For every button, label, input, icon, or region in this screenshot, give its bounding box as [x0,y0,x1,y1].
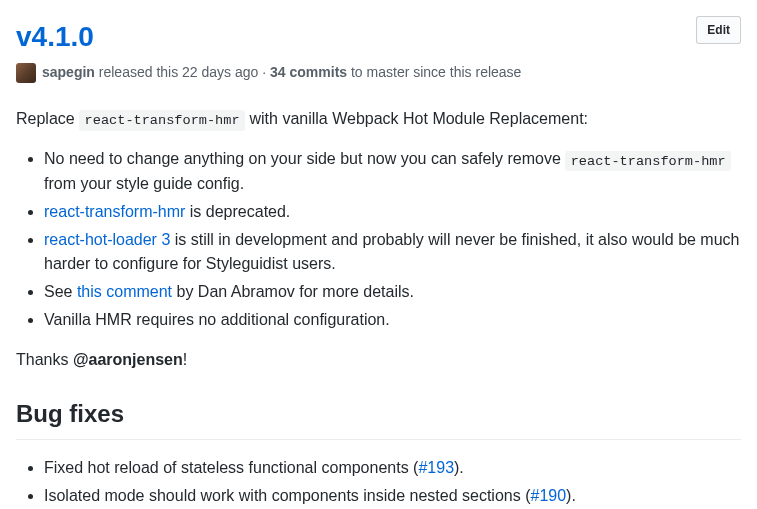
intro-paragraph: Replace react-transform-hmr with vanilla… [16,107,741,131]
mention-link[interactable]: @aaronjensen [73,351,183,368]
thanks-post: ! [183,351,187,368]
list-item: react-transform-hmr is deprecated. [44,200,741,224]
b1-pre: No need to change anything on your side … [44,150,565,167]
b1-code: react-transform-hmr [565,151,731,171]
bugfix-list: Fixed hot reload of stateless functional… [16,456,741,508]
b4-pre: See [44,283,77,300]
bf1-pre: Fixed hot reload of stateless functional… [44,459,418,476]
release-header: v4.1.0 Edit sapegin released this 22 day… [16,16,741,83]
list-item: react-hot-loader 3 is still in developme… [44,228,741,276]
list-item: See this comment by Dan Abramov for more… [44,280,741,304]
commits-link[interactable]: 34 commits [270,64,347,80]
release-title-link[interactable]: v4.1.0 [16,21,94,52]
feature-list: No need to change anything on your side … [16,147,741,331]
issue-190-link[interactable]: #190 [530,487,566,504]
release-age: 22 days ago [182,64,258,80]
bf2-post: ). [566,487,576,504]
issue-193-link[interactable]: #193 [418,459,454,476]
react-transform-hmr-link[interactable]: react-transform-hmr [44,203,185,220]
bf1-post: ). [454,459,464,476]
commits-trailing: to master since this release [351,64,521,80]
list-item: Vanilla HMR requires no additional confi… [44,308,741,332]
thanks-paragraph: Thanks @aaronjensen! [16,348,741,372]
list-item: Isolated mode should work with component… [44,484,741,508]
released-text: released this [99,64,178,80]
author-link[interactable]: sapegin [42,64,95,80]
intro-post: with vanilla Webpack Hot Module Replacem… [245,110,588,127]
meta-sep: · [262,64,266,80]
release-meta: sapegin released this 22 days ago · 34 c… [16,62,741,83]
this-comment-link[interactable]: this comment [77,283,172,300]
author-avatar[interactable] [16,63,36,83]
list-item: Fixed hot reload of stateless functional… [44,456,741,480]
release-body: Replace react-transform-hmr with vanilla… [16,107,741,508]
intro-code: react-transform-hmr [79,110,245,130]
bugfixes-heading: Bug fixes [16,396,741,440]
thanks-pre: Thanks [16,351,73,368]
list-item: No need to change anything on your side … [44,147,741,195]
intro-pre: Replace [16,110,79,127]
b4-post: by Dan Abramov for more details. [172,283,414,300]
meta-text: sapegin released this 22 days ago · 34 c… [42,62,521,83]
edit-button[interactable]: Edit [696,16,741,44]
bf2-pre: Isolated mode should work with component… [44,487,530,504]
b2-post: is deprecated. [185,203,290,220]
b1-post: from your style guide config. [44,175,244,192]
release-title: v4.1.0 [16,16,741,58]
react-hot-loader-link[interactable]: react-hot-loader 3 [44,231,170,248]
